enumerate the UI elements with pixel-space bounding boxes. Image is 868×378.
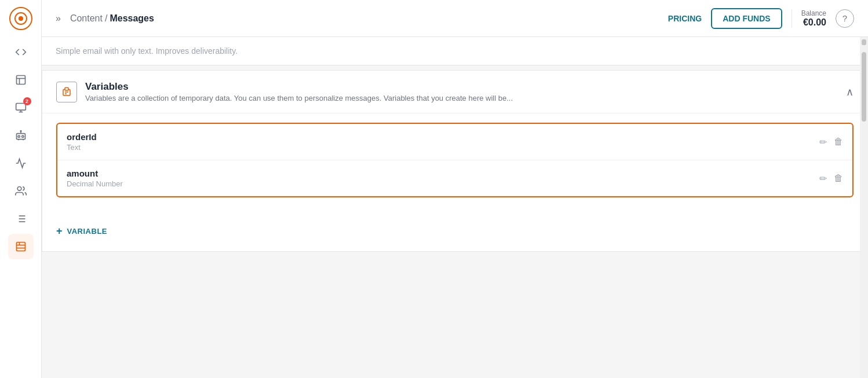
variable-type-orderid: Text <box>67 143 819 152</box>
sidebar-item-table[interactable] <box>8 234 34 259</box>
svg-point-12 <box>17 187 21 191</box>
breadcrumb: Content / Messages <box>70 13 661 24</box>
variable-row-amount: amount Decimal Number ✏ 🗑 <box>57 160 852 196</box>
edit-icon-amount[interactable]: ✏ <box>819 173 827 184</box>
balance-block: Balance €0.00 <box>792 9 826 28</box>
add-funds-button[interactable]: ADD FUNDS <box>711 8 782 29</box>
variable-rows: orderId Text ✏ 🗑 amount Decimal Number <box>42 113 867 216</box>
simple-email-text: Simple email with only text. Improves de… <box>56 46 854 56</box>
svg-rect-3 <box>16 104 25 111</box>
sidebar: 2 <box>0 0 42 378</box>
balance-amount: €0.00 <box>803 17 826 28</box>
delete-icon-orderid[interactable]: 🗑 <box>834 137 843 147</box>
variable-info-orderid: orderId Text <box>67 132 819 152</box>
collapse-button[interactable]: ∧ <box>846 86 854 98</box>
simple-email-card: Simple email with only text. Improves de… <box>42 37 868 65</box>
variables-title: Variables <box>85 81 838 93</box>
variables-description: Variables are a collection of temporary … <box>85 94 838 102</box>
svg-point-7 <box>18 135 20 137</box>
variable-name-amount: amount <box>67 168 819 178</box>
scrollbar[interactable] <box>860 37 868 378</box>
sidebar-item-template[interactable] <box>8 67 34 93</box>
variable-actions-amount: ✏ 🗑 <box>819 173 843 184</box>
variable-info-amount: amount Decimal Number <box>67 168 819 188</box>
variable-row-orderid: orderId Text ✏ 🗑 <box>57 124 852 160</box>
header: » Content / Messages PRICING ADD FUNDS B… <box>42 0 868 37</box>
sidebar-item-list[interactable] <box>8 206 34 232</box>
notification-badge: 2 <box>23 97 31 105</box>
sidebar-item-code[interactable] <box>8 39 34 65</box>
app-logo[interactable] <box>9 7 32 30</box>
sidebar-item-robot[interactable] <box>8 123 34 148</box>
breadcrumb-current: Messages <box>110 13 154 24</box>
header-actions: PRICING ADD FUNDS Balance €0.00 ? <box>668 8 854 29</box>
svg-rect-25 <box>65 87 68 90</box>
variables-icon <box>56 82 77 102</box>
svg-rect-0 <box>16 76 25 85</box>
variable-type-amount: Decimal Number <box>67 179 819 188</box>
variable-actions-orderid: ✏ 🗑 <box>819 137 843 148</box>
add-icon: + <box>56 225 63 237</box>
svg-rect-19 <box>16 243 25 251</box>
main-area: » Content / Messages PRICING ADD FUNDS B… <box>42 0 868 378</box>
help-button[interactable]: ? <box>836 9 854 28</box>
pricing-link[interactable]: PRICING <box>668 14 702 23</box>
edit-icon-orderid[interactable]: ✏ <box>819 137 827 148</box>
variables-section: Variables Variables are a collection of … <box>42 70 868 252</box>
balance-label: Balance <box>801 9 826 17</box>
breadcrumb-content[interactable]: Content <box>70 13 103 24</box>
content-area: Simple email with only text. Improves de… <box>42 37 868 378</box>
scroll-up-thumb <box>862 39 866 45</box>
sidebar-item-analytics[interactable] <box>8 151 34 176</box>
add-variable-label: VARIABLE <box>67 227 107 236</box>
variable-name-orderid: orderId <box>67 132 819 142</box>
variables-header: Variables Variables are a collection of … <box>42 71 867 113</box>
delete-icon-amount[interactable]: 🗑 <box>834 173 843 184</box>
sidebar-item-notifications[interactable]: 2 <box>8 95 34 120</box>
variables-title-block: Variables Variables are a collection of … <box>85 81 838 102</box>
add-variable-row[interactable]: + VARIABLE <box>42 216 867 251</box>
svg-point-8 <box>21 135 23 137</box>
sidebar-item-contacts[interactable] <box>8 178 34 204</box>
scroll-thumb[interactable] <box>862 52 866 122</box>
expand-icon[interactable]: » <box>56 13 61 24</box>
svg-point-9 <box>20 131 21 132</box>
breadcrumb-separator: / <box>105 13 107 24</box>
variable-card-selected: orderId Text ✏ 🗑 amount Decimal Number <box>56 123 854 197</box>
